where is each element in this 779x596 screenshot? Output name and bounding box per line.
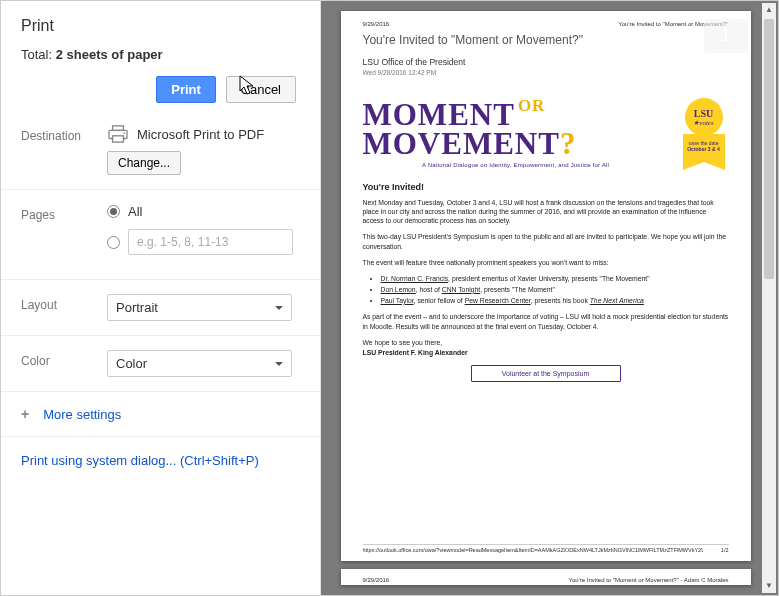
scroll-down-icon[interactable]: ▼ [762,579,776,593]
svg-rect-2 [113,136,124,142]
svg-point-3 [123,132,125,134]
email-subject: You're Invited to "Moment or Movement?" [363,33,729,47]
layout-label: Layout [21,294,107,312]
page-header-date: 9/29/2016 [363,21,390,27]
volunteer-button: Volunteer at the Symposium [471,365,621,382]
print-preview-area: 1 9/29/2016 You're Invited to "Moment or… [321,1,778,595]
body-p2: This two-day LSU President's Symposium i… [363,232,729,250]
print-settings-panel: Print Total: 2 sheets of paper Print Can… [1,1,321,595]
email-from: LSU Office of the President [363,57,729,67]
scroll-thumb[interactable] [764,19,774,279]
system-dialog-link[interactable]: Print using system dialog... (Ctrl+Shift… [1,437,320,484]
preview-page-2: 9/29/2016 You're Invited to "Moment or M… [341,569,751,585]
color-select[interactable]: Color [107,350,292,377]
svg-rect-0 [113,126,124,130]
pages-range-input[interactable]: e.g. 1-5, 8, 11-13 [128,229,293,255]
lsu-votes-ribbon: LSU ★votes save the date October 3 & 4 [679,98,729,162]
body-heading: You're Invited! [363,182,729,192]
hero-graphic: MOMENTOR MOVEMENT? A National Dialogue o… [363,98,669,168]
layout-select[interactable]: Portrait [107,294,292,321]
body-signature: LSU President F. King Alexander [363,348,729,357]
printer-icon [107,125,129,143]
pages-range-radio[interactable] [107,236,120,249]
body-p4: As part of the event – and to underscore… [363,312,729,330]
body-p3: The event will feature three nationally … [363,258,729,267]
destination-label: Destination [21,125,107,143]
dialog-title: Print [21,17,300,35]
scroll-up-icon[interactable]: ▲ [762,3,776,17]
preview-scrollbar[interactable]: ▲ ▼ [762,3,776,593]
more-settings-link[interactable]: More settings [43,407,121,422]
pages-label: Pages [21,204,107,222]
preview-page-1: 9/29/2016 You're Invited to "Moment or M… [341,11,751,561]
total-sheets: Total: 2 sheets of paper [21,47,300,62]
body-p5: We hope to see you there, [363,338,729,347]
change-destination-button[interactable]: Change... [107,151,181,175]
cancel-button[interactable]: Cancel [226,76,296,103]
destination-name: Microsoft Print to PDF [137,127,264,142]
page-number-badge: 1 [704,19,748,53]
email-sent-time: Wed 9/28/2016 12:42 PM [363,69,729,76]
body-p1: Next Monday and Tuesday, October 3 and 4… [363,198,729,226]
color-label: Color [21,350,107,368]
pages-all-label: All [128,204,142,219]
plus-icon: + [21,406,29,422]
footer-page-num: 1/2 [721,547,729,553]
print-button[interactable]: Print [156,76,216,103]
footer-url: https://outlook.office.com/owa/?viewmode… [363,547,703,553]
speakers-list: Dr. Norman C. Francis, president emeritu… [381,274,729,306]
pages-all-radio[interactable] [107,205,120,218]
